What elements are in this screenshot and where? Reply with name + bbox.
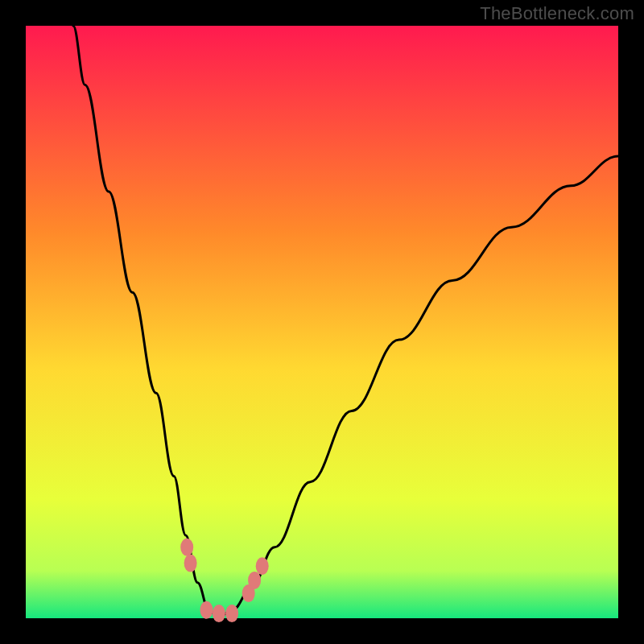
- curve-marker: [184, 555, 197, 572]
- chart-stage: TheBottleneck.com: [0, 0, 644, 644]
- plot-background: [26, 26, 618, 618]
- curve-marker: [200, 601, 213, 619]
- curve-marker: [256, 557, 269, 575]
- curve-marker: [213, 605, 225, 622]
- watermark-text: TheBottleneck.com: [480, 3, 634, 24]
- curve-marker: [225, 605, 238, 622]
- bottleneck-plot: [0, 0, 644, 644]
- curve-marker: [180, 539, 193, 556]
- curve-marker: [248, 572, 261, 589]
